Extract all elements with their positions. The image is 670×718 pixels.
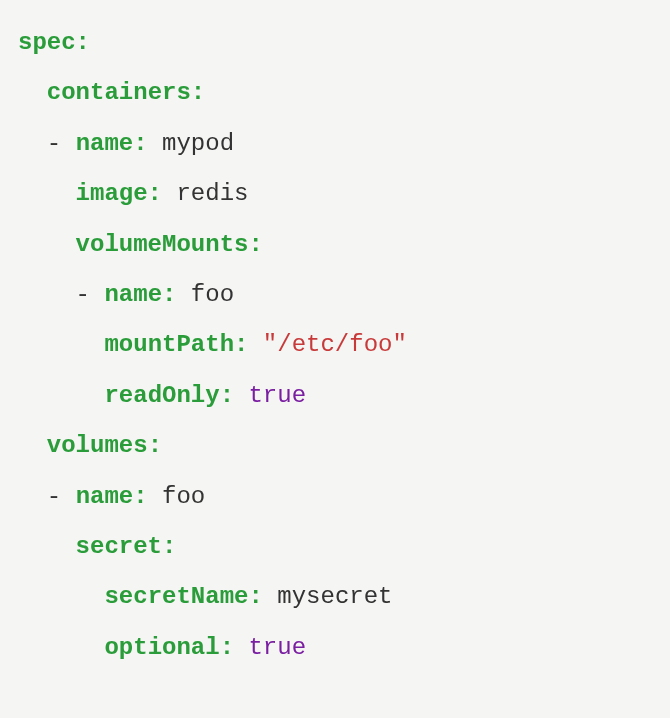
val-redis: redis xyxy=(176,180,248,207)
dash: - xyxy=(47,483,61,510)
dash: - xyxy=(76,281,90,308)
val-mypod: mypod xyxy=(162,130,234,157)
val-true: true xyxy=(248,634,306,661)
key-spec: spec: xyxy=(18,29,90,56)
key-name: name: xyxy=(76,483,148,510)
yaml-code-block: spec: containers: - name: mypod image: r… xyxy=(18,18,652,673)
val-foo: foo xyxy=(162,483,205,510)
key-volumes: volumes: xyxy=(47,432,162,459)
key-containers: containers: xyxy=(47,79,205,106)
dash: - xyxy=(47,130,61,157)
key-optional: optional: xyxy=(104,634,234,661)
key-name: name: xyxy=(104,281,176,308)
key-readOnly: readOnly: xyxy=(104,382,234,409)
val-true: true xyxy=(248,382,306,409)
val-foo: foo xyxy=(191,281,234,308)
key-mountPath: mountPath: xyxy=(104,331,248,358)
key-image: image: xyxy=(76,180,162,207)
key-secretName: secretName: xyxy=(104,583,262,610)
key-name: name: xyxy=(76,130,148,157)
val-mysecret: mysecret xyxy=(277,583,392,610)
key-secret: secret: xyxy=(76,533,177,560)
key-volumeMounts: volumeMounts: xyxy=(76,231,263,258)
val-etcfoo: "/etc/foo" xyxy=(263,331,407,358)
